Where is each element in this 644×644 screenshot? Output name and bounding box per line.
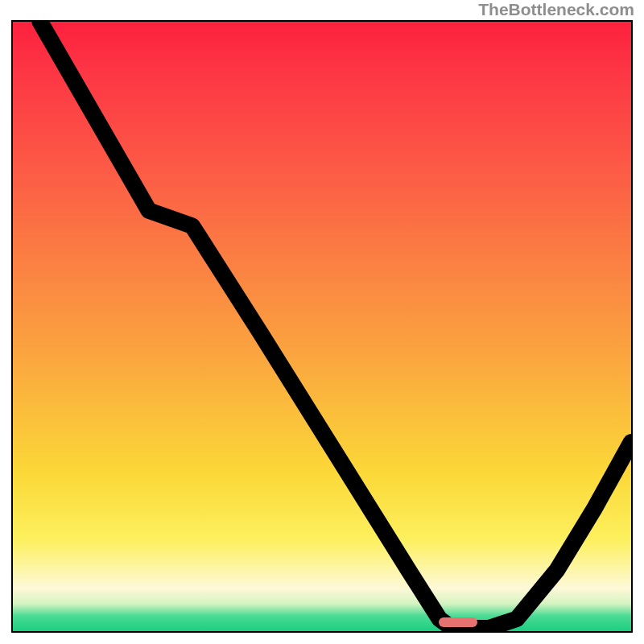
watermark-label: TheBottleneck.com xyxy=(478,0,634,19)
chart-stage: TheBottleneck.com xyxy=(0,0,644,644)
optimal-marker xyxy=(439,617,477,627)
plot-area xyxy=(11,20,633,633)
heat-gradient-background xyxy=(13,22,631,631)
